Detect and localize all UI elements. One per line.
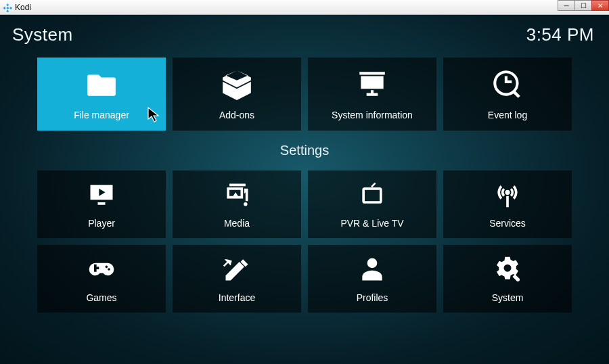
gamepad-icon <box>85 254 118 287</box>
clock-search-icon <box>488 68 527 104</box>
window-buttons: ─ ☐ ✕ <box>558 0 609 11</box>
tile-pvr-live-tv[interactable]: PVR & Live TV <box>308 170 436 238</box>
window-title: Kodi <box>15 3 31 12</box>
person-icon <box>355 254 389 287</box>
window-maximize-button[interactable]: ☐ <box>574 0 592 11</box>
svg-rect-1 <box>6 3 9 6</box>
tile-label: Interface <box>219 292 255 303</box>
window-close-button[interactable]: ✕ <box>591 0 609 11</box>
tile-label: Player <box>88 218 115 229</box>
tile-label: Add-ons <box>219 110 254 120</box>
tile-label: System information <box>332 110 413 120</box>
svg-rect-4 <box>9 6 12 9</box>
tile-player[interactable]: Player <box>37 170 166 238</box>
tile-label: Services <box>489 218 526 229</box>
media-library-icon <box>220 180 254 212</box>
tile-media[interactable]: Media <box>173 170 301 238</box>
tile-event-log[interactable]: Event log <box>443 58 572 131</box>
tile-system[interactable]: System <box>443 245 572 313</box>
top-tile-row: File manager Add-ons System information … <box>0 58 609 131</box>
pencil-ruler-icon <box>220 254 254 287</box>
svg-rect-2 <box>6 6 9 9</box>
tile-label: Event log <box>488 110 527 120</box>
tile-label: Games <box>86 292 116 303</box>
settings-row-1: Player Media PVR & Live TV Services <box>0 170 609 238</box>
presentation-chart-icon <box>353 68 392 104</box>
open-box-icon <box>217 68 256 104</box>
monitor-play-icon <box>85 180 118 212</box>
svg-rect-0 <box>3 6 6 9</box>
header: System 3:54 PM <box>0 15 609 45</box>
window-titlebar: Kodi ─ ☐ ✕ <box>0 0 609 15</box>
tile-system-information[interactable]: System information <box>308 58 436 131</box>
tile-label: System <box>492 292 524 303</box>
tile-label: File manager <box>74 110 129 120</box>
tile-label: PVR & Live TV <box>340 218 403 229</box>
section-label-settings: Settings <box>0 143 609 158</box>
tile-label: Media <box>224 218 250 229</box>
tile-add-ons[interactable]: Add-ons <box>173 58 301 131</box>
tv-icon <box>355 180 389 212</box>
broadcast-icon <box>491 180 524 212</box>
tile-file-manager[interactable]: File manager <box>37 58 166 131</box>
svg-rect-3 <box>6 9 9 12</box>
folder-icon <box>82 68 121 104</box>
tile-interface[interactable]: Interface <box>173 245 301 313</box>
page-title: System <box>12 24 73 45</box>
tile-services[interactable]: Services <box>443 170 572 238</box>
tile-profiles[interactable]: Profiles <box>308 245 436 313</box>
clock: 3:54 PM <box>526 24 594 45</box>
tile-label: Profiles <box>357 292 388 303</box>
gear-wrench-icon <box>491 254 524 287</box>
tile-games[interactable]: Games <box>37 245 166 313</box>
kodi-app-icon <box>3 3 12 12</box>
settings-row-2: Games Interface Profiles System <box>0 245 609 313</box>
window-minimize-button[interactable]: ─ <box>558 0 575 11</box>
app-content: System 3:54 PM File manager Add-ons Syst… <box>0 15 609 364</box>
